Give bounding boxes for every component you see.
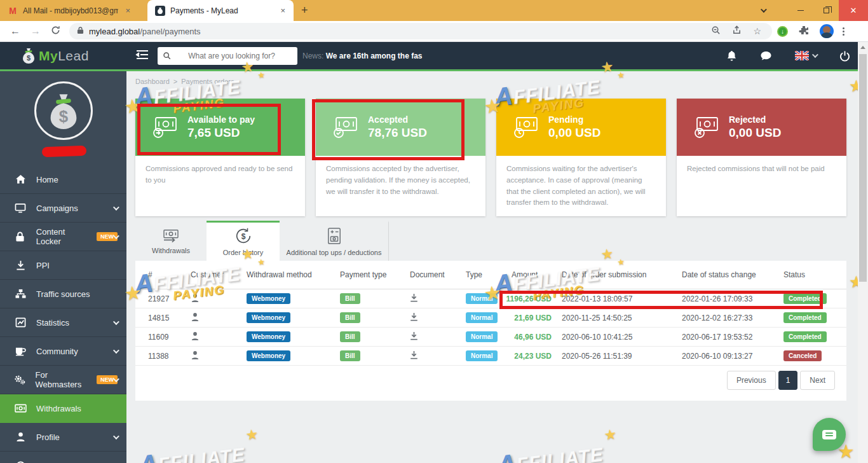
customer-person-icon[interactable] bbox=[191, 312, 247, 324]
sidebar-item-community[interactable]: Community bbox=[0, 337, 126, 366]
order-history-icon: $ bbox=[234, 227, 252, 245]
sidebar-item-campaigns[interactable]: Campaigns bbox=[0, 194, 126, 223]
table-row[interactable]: 11388 Webmoney Bill Normal 24,23 USD 202… bbox=[135, 347, 846, 366]
page-scrollbar[interactable] bbox=[858, 42, 868, 463]
calculator-icon bbox=[327, 227, 342, 245]
breadcrumb-root[interactable]: Dashboard bbox=[135, 78, 170, 85]
chevron-down-icon bbox=[812, 52, 818, 58]
type-badge: Normal bbox=[466, 350, 498, 361]
chevron-down-icon bbox=[113, 433, 119, 439]
customer-person-icon[interactable] bbox=[191, 350, 247, 362]
gears-icon bbox=[14, 375, 25, 385]
share-icon[interactable] bbox=[732, 25, 742, 37]
redacted-username-scribble bbox=[42, 146, 87, 157]
bookmark-star-icon[interactable]: ☆ bbox=[753, 26, 761, 36]
mylead-logo[interactable]: $ MyLead bbox=[0, 47, 126, 64]
window-minimize-button[interactable] bbox=[788, 0, 813, 21]
browser-profile-avatar[interactable] bbox=[820, 24, 834, 38]
customer-person-icon[interactable] bbox=[191, 293, 247, 305]
reload-icon[interactable] bbox=[51, 25, 60, 38]
messages-chat-icon[interactable] bbox=[760, 50, 772, 61]
order-history-panel: # Customer Withdrawal method Payment typ… bbox=[135, 261, 846, 401]
table-header-row: # Customer Withdrawal method Payment typ… bbox=[135, 261, 846, 289]
tab-withdrawals[interactable]: Withdrawals bbox=[135, 221, 207, 261]
type-badge: Normal bbox=[466, 293, 498, 304]
tab-close-icon[interactable]: × bbox=[278, 6, 287, 15]
notifications-bell-icon[interactable] bbox=[726, 50, 737, 62]
language-selector[interactable] bbox=[795, 51, 817, 60]
tab-additional-topups[interactable]: Additional top ups / deductions bbox=[280, 221, 389, 261]
tab-order-history[interactable]: $ Order history bbox=[207, 221, 280, 261]
sidebar-item-profile[interactable]: Profile bbox=[0, 423, 126, 452]
banknote-x-icon bbox=[692, 116, 720, 139]
previous-page-button[interactable]: Previous bbox=[727, 371, 776, 390]
tab-mylead-payments[interactable]: Payments - MyLead × bbox=[147, 0, 294, 21]
document-download-icon[interactable] bbox=[410, 331, 466, 342]
extensions-puzzle-icon[interactable] bbox=[799, 25, 809, 38]
banknote-check-icon bbox=[331, 116, 359, 139]
sidebar-item-ppi[interactable]: PPI bbox=[0, 251, 126, 280]
sidebar-toggle-icon[interactable] bbox=[135, 49, 149, 63]
app-header: $ MyLead News: We are 16th among the fas bbox=[0, 42, 868, 71]
live-chat-button[interactable] bbox=[813, 418, 846, 451]
sitemap-icon bbox=[14, 289, 27, 299]
tab-gmail[interactable]: M All Mail - mdbijoybd013@gmail.c × bbox=[0, 0, 139, 21]
browser-menu-icon[interactable] bbox=[843, 27, 844, 36]
svg-text:$: $ bbox=[27, 54, 31, 62]
mylead-favicon bbox=[155, 6, 165, 16]
table-row[interactable]: 21927 Webmoney Bill Normal 1196,26 USD 2… bbox=[135, 289, 846, 308]
sidebar-item-for-webmasters[interactable]: For Webmasters NEW bbox=[0, 366, 126, 394]
lock-icon bbox=[14, 232, 27, 242]
card-description: Commissions waiting for the advertiser's… bbox=[496, 156, 666, 216]
document-download-icon[interactable] bbox=[410, 293, 466, 304]
document-download-icon[interactable] bbox=[410, 312, 466, 323]
back-icon[interactable]: ← bbox=[10, 25, 20, 37]
withdrawal-method-badge: Webmoney bbox=[247, 293, 290, 304]
forward-icon[interactable]: → bbox=[31, 25, 41, 37]
header-search[interactable] bbox=[158, 47, 297, 65]
sidebar-item-statistics[interactable]: Statistics bbox=[0, 308, 126, 337]
scroll-up-arrow[interactable] bbox=[858, 42, 868, 52]
sidebar-item-withdrawals[interactable]: Withdrawals bbox=[0, 394, 126, 423]
svg-text:$: $ bbox=[58, 107, 67, 125]
card-amount: 7,65 USD bbox=[187, 126, 255, 140]
table-row[interactable]: 11609 Webmoney Bill Normal 46,96 USD 202… bbox=[135, 328, 846, 347]
tab-search-chevron-icon[interactable] bbox=[750, 0, 775, 21]
tab-close-icon[interactable]: × bbox=[123, 6, 132, 15]
customer-person-icon[interactable] bbox=[191, 331, 247, 343]
sidebar-menu: Home Campaigns Content Locker NEW PPI Tr… bbox=[0, 165, 126, 463]
current-page-button[interactable]: 1 bbox=[778, 371, 798, 390]
idm-extension-icon[interactable]: ↓ bbox=[777, 26, 788, 37]
gmail-icon: M bbox=[8, 6, 18, 16]
zoom-out-icon[interactable] bbox=[711, 25, 721, 37]
logout-power-icon[interactable] bbox=[839, 50, 850, 62]
payment-type-badge: Bill bbox=[340, 293, 360, 304]
sidebar-item-traffic-sources[interactable]: Traffic sources bbox=[0, 280, 126, 308]
withdrawal-method-badge: Webmoney bbox=[247, 331, 290, 342]
amount: 21,69 USD bbox=[501, 314, 562, 322]
chart-icon bbox=[14, 317, 27, 328]
lock-icon[interactable] bbox=[77, 25, 84, 37]
sidebar-item-partial[interactable] bbox=[0, 452, 126, 463]
search-input[interactable] bbox=[171, 52, 292, 60]
card-description: Commissions accepted by the advertiser, … bbox=[316, 156, 485, 205]
amount: 24,23 USD bbox=[501, 352, 562, 361]
sidebar-item-home[interactable]: Home bbox=[0, 165, 126, 194]
table-row[interactable]: 14815 Webmoney Bill Normal 21,69 USD 202… bbox=[135, 308, 846, 328]
card-rejected: Rejected 0,00 USD Rejected commissions t… bbox=[677, 99, 846, 216]
tab-title: Payments - MyLead bbox=[170, 6, 273, 15]
next-page-button[interactable]: Next bbox=[800, 371, 835, 390]
scrollbar-thumb[interactable] bbox=[859, 54, 867, 282]
date-submitted: 2020-11-25 14:50:25 bbox=[562, 314, 682, 322]
sidebar-item-content-locker[interactable]: Content Locker NEW bbox=[0, 223, 126, 251]
user-avatar[interactable]: $ bbox=[34, 81, 93, 140]
new-tab-button[interactable]: + bbox=[301, 4, 308, 17]
chat-bubble-icon bbox=[822, 430, 836, 439]
address-bar[interactable]: mylead.global/panel/payments ☆ bbox=[69, 23, 772, 39]
card-accepted: Accepted 78,76 USD Commissions accepted … bbox=[316, 99, 485, 216]
url-text[interactable]: mylead.global/panel/payments bbox=[89, 27, 201, 36]
order-id: 11609 bbox=[148, 333, 191, 342]
window-close-button[interactable]: ✕ bbox=[839, 0, 868, 21]
window-restore-button[interactable] bbox=[813, 0, 839, 21]
document-download-icon[interactable] bbox=[410, 350, 466, 361]
